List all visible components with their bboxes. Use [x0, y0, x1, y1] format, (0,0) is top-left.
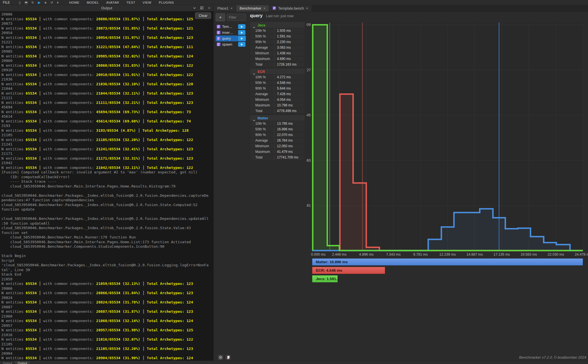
stat-row: Total17741.709 ms: [250, 155, 305, 160]
run-benchmark-button[interactable]: [238, 30, 245, 35]
section-header-matter[interactable]: Matter: [250, 115, 305, 121]
section-title: Jecs: [258, 23, 265, 27]
output-panel-header: Output ×: [0, 5, 213, 11]
tab-place1[interactable]: Place1×: [214, 5, 236, 12]
console-line: N entities 65534 ┃ with common component…: [1, 26, 213, 31]
statusbar-output-tab[interactable]: Output: [0, 361, 15, 364]
ribbon-tab-test[interactable]: TEST: [126, 1, 135, 4]
last-run-label: Last run: just now: [266, 14, 294, 18]
console-line: 21036: [1, 77, 213, 82]
ribbon-tab-plugins[interactable]: PLUGINS: [159, 1, 174, 4]
settings-gear-icon[interactable]: [218, 355, 223, 360]
benchmark-name: query: [222, 37, 237, 41]
ribbon-tab-model[interactable]: MODEL: [87, 1, 99, 4]
stat-row: 10th %4.272 ms: [250, 74, 305, 80]
console-line: 20860: [1, 59, 213, 63]
export-icon[interactable]: ⬒: [24, 0, 27, 5]
stat-row: Average7.426 ms: [250, 91, 305, 97]
ribbon-tab-avatar[interactable]: AVATAR: [106, 1, 119, 4]
add-benchmark-button[interactable]: +: [216, 13, 225, 21]
stat-value: 17741.709 ms: [274, 155, 305, 160]
tab-template-bench[interactable]: Template.bench×: [269, 5, 312, 12]
bench-item-tem[interactable]: Tem…: [216, 24, 246, 30]
run-benchmark-button[interactable]: [238, 24, 245, 29]
console-line: 21059: [1, 277, 213, 282]
console-line: 20866: [1, 286, 213, 291]
tab-close-icon[interactable]: ×: [263, 6, 266, 10]
stat-label: 50th %: [250, 127, 274, 132]
section-header-ecr[interactable]: ECR: [250, 69, 305, 74]
console-line: N entities 65534 ┃ with common component…: [1, 128, 213, 133]
dock-icon[interactable]: [200, 6, 204, 10]
console-line: N entities 65534 ┃ with common component…: [1, 35, 213, 40]
console-line: N entities 65534 ┃ with common component…: [1, 309, 213, 314]
play-icon: [241, 26, 243, 28]
stat-row: Total4778.496 ms: [250, 108, 305, 114]
ribbon-tabs: HOMEMODELAVATARTESTVIEWPLUGINS: [69, 1, 174, 4]
tab-close-icon[interactable]: ×: [231, 6, 233, 10]
bench-item-spawn[interactable]: spawn: [216, 41, 246, 47]
stat-label: Maximum: [250, 103, 274, 108]
stat-value: 4.548 ms: [274, 80, 305, 86]
console-line: 21105: [1, 133, 213, 138]
x-axis-label: 24.478 ms: [575, 253, 588, 256]
x-axis-label: 22.030 ms: [548, 253, 564, 256]
ribbon-tab-view[interactable]: VIEW: [143, 1, 151, 4]
console-line: cloud_5853950046.Benchmarker.Packages._I…: [1, 203, 213, 207]
dropdown-icon[interactable]: ▾: [57, 0, 59, 5]
stat-row: 50th %1.591 ms: [250, 34, 305, 39]
stat-label: Total: [250, 155, 274, 160]
stat-value: 41.479 ms: [274, 149, 305, 155]
x-axis-label: 17.135 ms: [493, 253, 510, 256]
run-benchmark-button[interactable]: [238, 42, 245, 47]
stat-label: 10th %: [250, 75, 274, 80]
stat-label: Maximum: [250, 149, 274, 155]
console-line: N entities 65534 ┃ with common component…: [1, 119, 213, 124]
bench-item-inser[interactable]: inser…: [216, 30, 246, 35]
chevron-down-icon: [253, 24, 255, 26]
benchmark-script-icon: [216, 42, 221, 46]
clear-button[interactable]: Clear: [195, 12, 211, 19]
stop-icon[interactable]: ■: [44, 0, 46, 5]
stat-value: 2.230 ms: [274, 39, 305, 45]
bench-item-query[interactable]: query: [216, 35, 246, 41]
play-icon: [241, 32, 243, 34]
run-benchmark-button[interactable]: [238, 36, 245, 41]
file-menu[interactable]: FILE: [3, 1, 10, 5]
play-icon[interactable]: ▶: [38, 0, 41, 5]
console-line: cloud_5853950046.Benchmarker.Main.Interf…: [1, 240, 213, 245]
benchmark-script-icon: [216, 36, 221, 41]
stats-panel: query Last run: just now Jecs10th %1.505…: [247, 12, 307, 361]
stat-label: Total: [250, 108, 274, 114]
console-line: 'cloud_5853950046.Benchmarker.Packages._…: [1, 263, 213, 268]
stat-label: 90th %: [250, 86, 274, 91]
output-console[interactable]: 20886N entities 65534 ┃ with common comp…: [0, 11, 213, 361]
console-line: N entities 65534 ┃ with common component…: [1, 45, 213, 50]
y-axis-label: 545: [307, 113, 311, 117]
statusbar-output-tab[interactable]: Output: [15, 361, 30, 364]
console-line: 45694: [1, 105, 213, 110]
ribbon-tab-home[interactable]: HOME: [69, 1, 80, 4]
y-axis-label: 727: [307, 68, 311, 72]
undo-icon[interactable]: ↺: [50, 0, 53, 5]
x-axis-label: 2.448 ms: [332, 253, 346, 256]
console-line: [1, 212, 213, 217]
console-line: function set: [1, 231, 213, 235]
console-line: cloud_5853950046.Benchmarker.Packages._I…: [1, 216, 213, 221]
top-toolbar: FILE ▯ ⬒ ↻ ▶ ■ ↺ ▾ HOMEMODELAVATARTESTVI…: [0, 0, 588, 5]
close-icon[interactable]: ×: [207, 6, 211, 10]
filter-input[interactable]: [227, 14, 246, 21]
redo-icon[interactable]: ↻: [32, 0, 34, 5]
chevron-down-icon[interactable]: [193, 6, 196, 10]
console-line: N entities 65534 ┃ with common component…: [1, 73, 213, 77]
document-tabbar: Place1×Benchmarker×Template.bench×: [214, 5, 588, 12]
console-line: [1, 249, 213, 254]
tab-close-icon[interactable]: ×: [306, 6, 308, 10]
legend-label: Matter: 16.896 ms: [316, 260, 348, 264]
histogram-chart: 9097275453631810.000 ms2.448 ms4.896 ms7…: [307, 12, 588, 361]
tab-benchmarker[interactable]: Benchmarker×: [236, 5, 269, 12]
paste-icon[interactable]: ▯: [19, 0, 21, 5]
section-header-jecs[interactable]: Jecs: [250, 22, 305, 28]
docs-book-icon[interactable]: [225, 355, 231, 360]
console-line: (ID: computedCallbackError): [1, 175, 213, 180]
